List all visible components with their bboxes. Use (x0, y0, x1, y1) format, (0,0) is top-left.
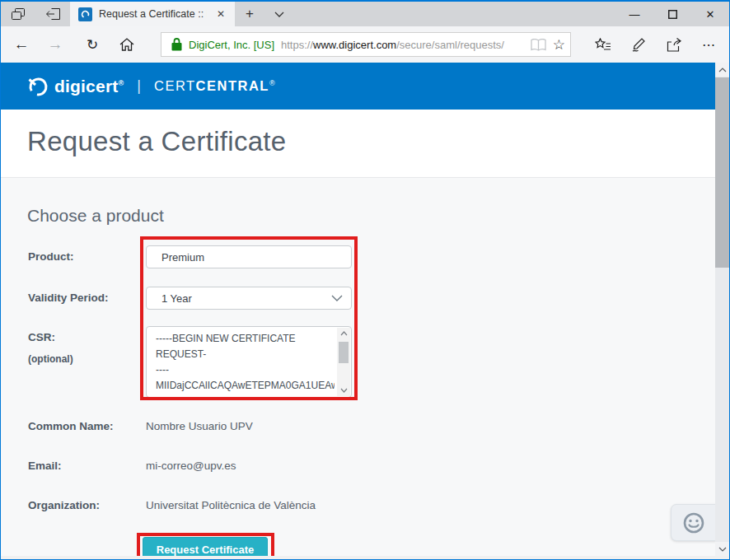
url-scheme: https:// (281, 39, 313, 51)
refresh-button[interactable]: ↻ (77, 32, 108, 57)
navigation-bar: ← → ↻ DigiCert, Inc. [US] https://www.di… (1, 26, 729, 63)
digicert-logo-icon (27, 76, 49, 97)
smiley-icon (681, 511, 706, 535)
back-icon: ← (14, 35, 30, 54)
csr-scrollbar-thumb[interactable] (339, 342, 349, 363)
tab-preview-button[interactable] (1, 2, 35, 26)
chevron-down-icon (274, 12, 284, 17)
email-value: mi-correo@upv.es (146, 460, 236, 472)
refresh-icon: ↻ (87, 36, 98, 54)
hub-button[interactable] (587, 32, 619, 57)
home-button[interactable] (111, 32, 143, 57)
url-path: /secure/saml/requests/ (396, 39, 504, 51)
page-scrollbar[interactable] (715, 63, 729, 556)
registered-mark: ® (118, 79, 124, 87)
new-tab-button[interactable]: + (235, 2, 264, 26)
scroll-down-button[interactable] (715, 542, 729, 556)
web-note-button[interactable] (623, 32, 654, 57)
reading-view-icon[interactable] (531, 39, 546, 51)
product-select[interactable]: Premium (146, 245, 352, 268)
organization-value: Universitat Politècnica de València (146, 499, 316, 511)
site-header: digicert® | CERTCENTRAL® (1, 63, 729, 110)
share-button[interactable] (658, 32, 690, 57)
close-button[interactable]: ✕ (691, 2, 729, 26)
tab-list-dropdown[interactable] (264, 2, 294, 26)
digicert-wordmark[interactable]: digicert® (54, 77, 124, 96)
page-content: Choose a product Product: Premium Validi… (1, 178, 715, 556)
url-text: https://www.digicert.com/secure/saml/req… (281, 39, 524, 51)
page-title: Request a Certificate (27, 126, 286, 157)
scroll-down-icon[interactable] (337, 385, 350, 396)
web-note-pen-icon (631, 38, 646, 52)
page-title-band: Request a Certificate (1, 110, 715, 178)
title-bar: Request a Certificate :: D ✕ + — ✕ (1, 2, 729, 26)
csr-textarea[interactable]: -----BEGIN NEW CERTIFICATE REQUEST- ----… (146, 326, 352, 398)
maximize-button[interactable] (653, 2, 691, 26)
minimize-icon: — (629, 8, 640, 21)
product-value: Premium (161, 251, 204, 264)
csr-optional-label: (optional) (28, 353, 73, 365)
set-tabs-aside-icon (46, 8, 60, 20)
maximize-icon (668, 10, 677, 19)
browser-tab[interactable]: Request a Certificate :: D ✕ (70, 2, 235, 26)
titlebar-drag-area (294, 2, 615, 26)
common-name-label: Common Name: (28, 420, 114, 432)
csr-scrollbar[interactable] (337, 328, 350, 396)
validity-period-select[interactable]: 1 Year (146, 287, 352, 310)
share-icon (667, 38, 681, 52)
more-options-icon: ⋯ (702, 37, 715, 53)
tab-preview-icon (12, 8, 25, 20)
organization-label: Organization: (28, 499, 100, 511)
tab-title: Request a Certificate :: D (99, 8, 207, 20)
page-viewport: digicert® | CERTCENTRAL® Request a Certi… (1, 63, 729, 556)
favorite-star-icon[interactable]: ☆ (553, 36, 565, 54)
certcentral-wordmark: CERTCENTRAL® (154, 78, 276, 94)
address-bar[interactable]: DigiCert, Inc. [US] https://www.digicert… (161, 32, 571, 57)
csr-text: -----BEGIN NEW CERTIFICATE REQUEST- ----… (156, 331, 335, 397)
ev-certificate-name[interactable]: DigiCert, Inc. [US] (189, 39, 274, 51)
request-certificate-button[interactable]: Request Certificate (143, 537, 268, 556)
brand-divider: | (137, 77, 141, 95)
csr-label: CSR: (28, 331, 55, 343)
common-name-value: Nombre Usuario UPV (146, 420, 253, 432)
url-host: www.digicert.com (313, 39, 396, 51)
page-scrollbar-thumb[interactable] (715, 77, 729, 268)
section-title: Choose a product (27, 206, 164, 226)
validity-period-label: Validity Period: (28, 292, 109, 304)
scroll-up-icon[interactable] (337, 328, 350, 339)
forward-icon: → (48, 35, 63, 54)
validity-period-value: 1 Year (161, 292, 192, 305)
minimize-button[interactable]: — (615, 2, 653, 26)
hub-icon (595, 38, 611, 51)
product-label: Product: (28, 250, 74, 263)
chevron-down-icon (331, 254, 343, 260)
email-label: Email: (28, 460, 62, 472)
back-button[interactable]: ← (6, 32, 37, 57)
forward-button[interactable]: → (40, 32, 71, 57)
home-icon (119, 38, 134, 51)
browser-window: Request a Certificate :: D ✕ + — ✕ ← → ↻ (0, 0, 730, 560)
tab-close-icon[interactable]: ✕ (213, 7, 228, 21)
lock-icon (171, 38, 182, 51)
digicert-favicon-icon (78, 7, 92, 21)
close-icon: ✕ (706, 8, 715, 21)
chevron-down-icon (331, 295, 343, 301)
feedback-button[interactable] (671, 504, 717, 541)
more-options-button[interactable]: ⋯ (693, 32, 724, 57)
scroll-up-button[interactable] (715, 63, 729, 77)
set-tabs-aside-button[interactable] (35, 2, 70, 26)
